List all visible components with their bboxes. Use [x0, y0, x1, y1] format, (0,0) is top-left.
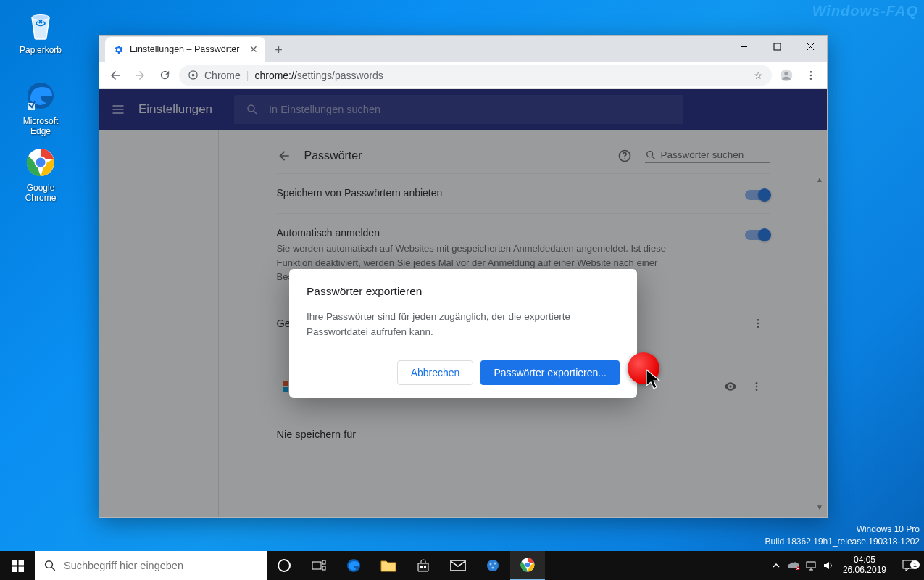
desktop-icon-label: Papierkorb	[13, 45, 68, 55]
notification-badge: 1	[910, 560, 920, 569]
url-path: settings/passwords	[297, 70, 383, 81]
svg-point-40	[278, 560, 290, 571]
svg-point-49	[490, 563, 492, 566]
svg-rect-47	[451, 560, 465, 571]
svg-point-50	[494, 563, 496, 565]
taskbar-store[interactable]	[406, 551, 441, 580]
chrome-icon	[23, 145, 58, 180]
taskbar: 04:05 26.06.2019 1	[0, 551, 924, 580]
svg-rect-46	[424, 566, 426, 568]
tray-chevron-up-icon[interactable]	[767, 551, 785, 580]
close-icon[interactable]: ✕	[249, 44, 258, 55]
action-center-button[interactable]: 1	[892, 559, 924, 572]
browser-tab[interactable]: Einstellungen – Passwörter ✕	[105, 37, 265, 62]
svg-point-11	[192, 74, 195, 77]
back-button[interactable]	[105, 65, 125, 86]
cancel-button[interactable]: Abbrechen	[397, 360, 474, 385]
search-icon	[43, 559, 57, 572]
taskbar-app[interactable]	[475, 551, 510, 580]
tray-volume-icon[interactable]	[820, 551, 837, 580]
system-tray: 04:05 26.06.2019 1	[767, 551, 924, 580]
omnibox-prefix: Chrome	[204, 70, 241, 81]
taskbar-search[interactable]	[35, 551, 267, 580]
svg-point-16	[810, 78, 812, 80]
desktop-icon-label: Google Chrome	[13, 183, 68, 203]
minimize-button[interactable]	[727, 36, 760, 57]
address-bar[interactable]: Chrome | chrome://settings/passwords ☆	[179, 65, 772, 86]
svg-rect-43	[322, 566, 325, 570]
taskbar-edge[interactable]	[336, 551, 371, 580]
bookmark-star-icon[interactable]: ☆	[754, 70, 763, 81]
chrome-menu-button[interactable]	[801, 65, 821, 86]
tray-time: 04:05	[843, 555, 886, 566]
svg-point-14	[810, 71, 812, 73]
svg-point-48	[487, 560, 499, 571]
new-tab-button[interactable]: +	[268, 40, 288, 60]
svg-rect-45	[420, 566, 423, 568]
svg-point-13	[784, 71, 788, 75]
svg-rect-35	[18, 560, 23, 565]
desktop-icon-label: Microsoft Edge	[13, 116, 68, 136]
export-passwords-dialog: Passwörter exportieren Ihre Passwörter s…	[289, 269, 637, 398]
desktop-icon-recycle-bin[interactable]: Papierkorb	[13, 7, 68, 55]
start-button[interactable]	[0, 551, 35, 580]
dialog-body: Ihre Passwörter sind für jeden zugänglic…	[307, 310, 620, 340]
svg-point-5	[36, 158, 46, 167]
close-button[interactable]	[794, 36, 827, 57]
dialog-title: Passwörter exportieren	[307, 285, 620, 298]
svg-point-38	[46, 561, 53, 568]
tray-onedrive-icon[interactable]	[785, 551, 802, 580]
url-scheme: chrome://	[254, 70, 296, 81]
profile-button[interactable]	[776, 65, 796, 86]
taskbar-search-input[interactable]	[64, 560, 258, 571]
taskbar-chrome[interactable]	[510, 551, 545, 580]
svg-line-39	[51, 567, 55, 571]
desktop-icon-chrome[interactable]: Google Chrome	[13, 145, 68, 203]
svg-point-54	[525, 563, 530, 568]
tab-title: Einstellungen – Passwörter	[130, 44, 239, 54]
svg-rect-42	[322, 560, 325, 564]
taskbar-mail[interactable]	[441, 551, 475, 580]
reload-button[interactable]	[154, 65, 175, 86]
task-view-button[interactable]	[301, 551, 336, 580]
svg-point-15	[810, 74, 812, 76]
taskbar-explorer[interactable]	[371, 551, 406, 580]
svg-rect-37	[18, 566, 23, 571]
export-passwords-button[interactable]: Passwörter exportieren...	[480, 360, 620, 385]
desktop-icon-edge[interactable]: Microsoft Edge	[13, 78, 68, 136]
forward-button[interactable]	[130, 65, 150, 86]
chrome-titlebar: Einstellungen – Passwörter ✕ +	[99, 36, 827, 62]
cortana-button[interactable]	[267, 551, 301, 580]
chrome-page-icon	[188, 70, 199, 80]
svg-rect-41	[312, 562, 321, 569]
svg-rect-34	[12, 560, 17, 565]
recycle-bin-icon	[23, 7, 58, 42]
edge-icon	[23, 78, 58, 113]
chrome-window: Einstellungen – Passwörter ✕ + Chrome | …	[99, 35, 828, 518]
windows-watermark: Windows 10 Pro Build 18362.19h1_release.…	[765, 523, 920, 548]
address-bar-row: Chrome | chrome://settings/passwords ☆	[99, 62, 827, 89]
tray-network-icon[interactable]	[802, 551, 820, 580]
svg-rect-7	[774, 44, 781, 50]
cursor-icon	[645, 368, 664, 390]
tray-clock[interactable]: 04:05 26.06.2019	[837, 555, 892, 576]
svg-point-0	[32, 15, 49, 20]
settings-page: Einstellungen Passwörter	[99, 89, 827, 517]
gear-icon	[112, 44, 124, 55]
svg-point-51	[492, 567, 494, 569]
svg-rect-58	[807, 562, 815, 568]
svg-rect-36	[12, 566, 17, 571]
tray-date: 26.06.2019	[843, 566, 886, 576]
maximize-button[interactable]	[760, 36, 794, 57]
